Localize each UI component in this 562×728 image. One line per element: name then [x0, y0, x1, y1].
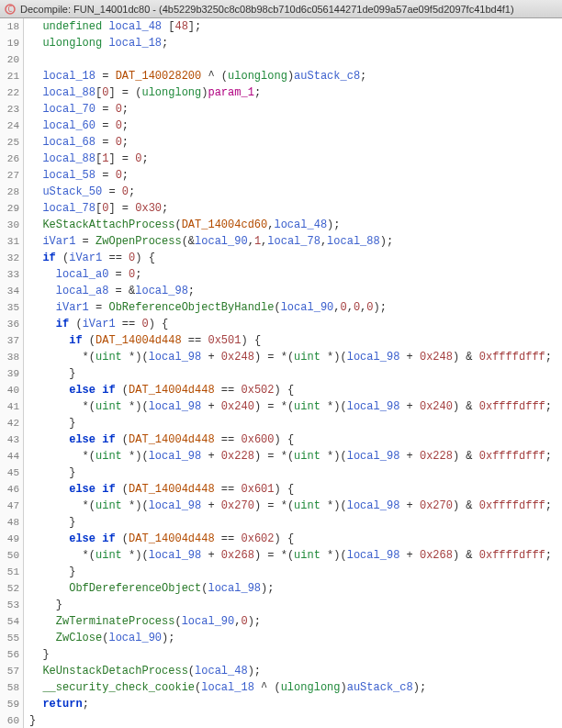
token-op: (: [83, 334, 96, 347]
code-line[interactable]: }: [29, 415, 562, 431]
token-type: uint: [96, 549, 122, 562]
code-line[interactable]: }: [29, 712, 562, 728]
line-number: 52: [0, 580, 19, 597]
token-num: 0x600: [241, 433, 274, 446]
token-var: local_18: [108, 37, 162, 50]
line-number: 34: [0, 283, 19, 299]
code-line[interactable]: *(uint *)(local_98 + 0x248) = *(uint *)(…: [29, 349, 562, 365]
code-line[interactable]: local_70 = 0;: [29, 101, 562, 118]
token-op: (: [116, 483, 129, 496]
token-op: *(: [29, 450, 96, 463]
code-line[interactable]: *(uint *)(local_98 + 0x270) = *(uint *)(…: [29, 498, 562, 514]
code-line[interactable]: uStack_50 = 0;: [29, 184, 562, 200]
token-op: (: [116, 384, 129, 397]
code-line[interactable]: else if (DAT_14004d448 == 0x502) {: [29, 382, 562, 398]
token-op: +: [399, 499, 420, 512]
code-content[interactable]: undefined local_48 [48]; ulonglong local…: [24, 18, 562, 728]
code-line[interactable]: local_18 = DAT_140028200 ^ (ulonglong)au…: [29, 68, 562, 84]
code-line[interactable]: [29, 51, 562, 68]
token-brace: }: [29, 599, 62, 611]
token-var: local_88: [42, 86, 96, 99]
token-op: (: [56, 252, 69, 264]
token-num: 0: [366, 301, 373, 314]
token-brace: ) {: [241, 334, 261, 347]
code-line[interactable]: local_88[1] = 0;: [29, 151, 562, 167]
code-line[interactable]: *(uint *)(local_98 + 0x228) = *(uint *)(…: [29, 448, 562, 465]
token-op: ;: [122, 136, 129, 149]
code-line[interactable]: __security_check_cookie(local_18 ^ (ulon…: [29, 679, 562, 696]
token-var: local_88: [42, 152, 96, 165]
token-var: local_98: [347, 351, 400, 364]
token-op: );: [162, 632, 174, 644]
code-line[interactable]: }: [29, 514, 562, 531]
token-var: local_48: [108, 20, 162, 33]
token-brace: }: [29, 648, 50, 661]
decompile-view[interactable]: 1819202122232425262728293031323334353637…: [0, 18, 562, 728]
token-op: [29, 70, 42, 83]
line-number: 60: [0, 712, 19, 728]
code-line[interactable]: }: [29, 646, 562, 663]
code-line[interactable]: if (DAT_14004d448 == 0x501) {: [29, 332, 562, 349]
token-brace: }: [29, 417, 75, 430]
token-type: uint: [96, 499, 122, 512]
token-keyword: else if: [69, 532, 115, 545]
code-line[interactable]: iVar1 = ZwOpenProcess(&local_90,1,local_…: [29, 233, 562, 250]
token-op: ;: [141, 152, 148, 165]
token-op: [29, 169, 42, 182]
code-line[interactable]: else if (DAT_14004d448 == 0x602) {: [29, 531, 562, 547]
token-op: ,: [320, 235, 327, 248]
token-func: ZwClose: [56, 632, 102, 644]
code-line[interactable]: local_78[0] = 0x30;: [29, 200, 562, 217]
code-line[interactable]: else if (DAT_14004d448 == 0x600) {: [29, 431, 562, 448]
code-line[interactable]: ZwClose(local_90);: [29, 630, 562, 646]
token-op: (: [188, 665, 195, 678]
code-line[interactable]: KeUnstackDetachProcess(local_48);: [29, 663, 562, 679]
code-line[interactable]: ulonglong local_18;: [29, 35, 562, 51]
line-number: 58: [0, 679, 19, 696]
token-op: ) &: [453, 450, 479, 463]
code-line[interactable]: KeStackAttachProcess(DAT_14004cd60,local…: [29, 217, 562, 233]
code-line[interactable]: local_68 = 0;: [29, 134, 562, 151]
code-line[interactable]: else if (DAT_14004d448 == 0x601) {: [29, 481, 562, 498]
token-type: uint: [96, 400, 122, 413]
code-line[interactable]: if (iVar1 == 0) {: [29, 250, 562, 266]
token-num: 0xffffdfff: [479, 400, 545, 413]
token-type: uint: [294, 351, 320, 364]
code-line[interactable]: *(uint *)(local_98 + 0x240) = *(uint *)(…: [29, 398, 562, 415]
token-var: local_18: [201, 681, 254, 694]
code-line[interactable]: local_58 = 0;: [29, 167, 562, 184]
code-line[interactable]: local_a8 = &local_98;: [29, 283, 562, 299]
token-global: DAT_14004d448: [129, 384, 215, 397]
token-func: ZwOpenProcess: [96, 235, 182, 248]
code-line[interactable]: if (iVar1 == 0) {: [29, 316, 562, 332]
code-line[interactable]: }: [29, 465, 562, 481]
code-line[interactable]: return;: [29, 696, 562, 712]
code-line[interactable]: }: [29, 365, 562, 382]
code-line[interactable]: ObfDereferenceObject(local_98);: [29, 580, 562, 597]
code-line[interactable]: *(uint *)(local_98 + 0x268) = *(uint *)(…: [29, 547, 562, 564]
code-line[interactable]: local_a0 = 0;: [29, 266, 562, 283]
token-op: ;: [254, 86, 261, 99]
token-var: local_98: [149, 400, 202, 413]
token-var: local_18: [42, 70, 96, 83]
token-var: local_90: [108, 632, 162, 644]
code-line[interactable]: }: [29, 597, 562, 613]
code-line[interactable]: local_60 = 0;: [29, 118, 562, 134]
token-op: ] =: [108, 152, 135, 165]
token-op: [29, 202, 42, 215]
token-num: 0: [122, 185, 129, 198]
code-line[interactable]: iVar1 = ObReferenceObjectByHandle(local_…: [29, 299, 562, 316]
token-var: local_48: [274, 218, 327, 231]
line-number: 39: [0, 365, 19, 382]
line-number: 51: [0, 564, 19, 580]
code-line[interactable]: local_88[0] = (ulonglong)param_1;: [29, 84, 562, 101]
token-brace: }: [29, 516, 75, 529]
token-brace: }: [29, 714, 36, 727]
token-var: local_98: [347, 549, 400, 562]
code-line[interactable]: undefined local_48 [48];: [29, 18, 562, 35]
token-op: );: [248, 615, 261, 628]
token-brace: ) {: [275, 532, 295, 545]
code-line[interactable]: }: [29, 564, 562, 580]
token-op: *(: [29, 499, 96, 512]
code-line[interactable]: ZwTerminateProcess(local_90,0);: [29, 613, 562, 630]
